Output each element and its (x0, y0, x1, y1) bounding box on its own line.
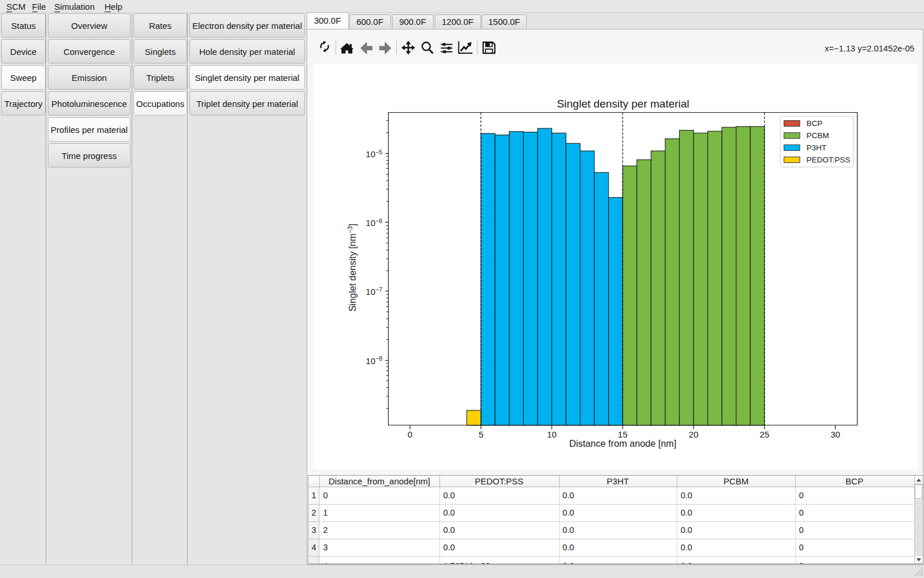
svg-text:30: 30 (830, 429, 840, 439)
svg-text:Singlet density per material: Singlet density per material (557, 98, 689, 110)
svg-text:BCP: BCP (807, 119, 823, 128)
svg-text:10: 10 (547, 429, 557, 439)
svg-text:0: 0 (408, 429, 412, 439)
svg-text:Singlet density [nm−3]: Singlet density [nm−3] (346, 224, 357, 312)
svg-text:PEDOT:PSS: PEDOT:PSS (807, 155, 851, 164)
svg-text:15: 15 (618, 429, 628, 439)
svg-text:PCBM: PCBM (807, 131, 829, 140)
svg-text:20: 20 (689, 429, 699, 439)
svg-text:25: 25 (759, 429, 769, 439)
svg-text:5: 5 (479, 429, 483, 439)
svg-text:Distance from anode [nm]: Distance from anode [nm] (569, 438, 676, 449)
svg-text:P3HT: P3HT (807, 143, 827, 152)
